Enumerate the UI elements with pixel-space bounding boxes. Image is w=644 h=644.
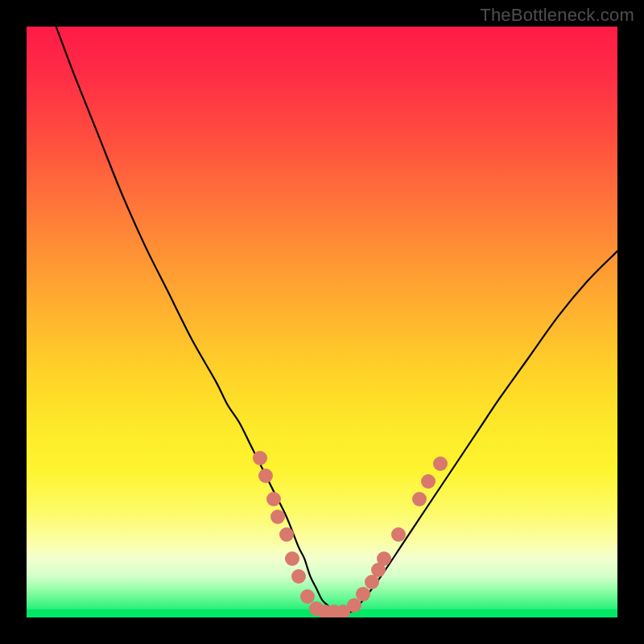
marker-dot bbox=[291, 569, 306, 584]
marker-dot bbox=[253, 451, 267, 465]
plot-area bbox=[27, 27, 617, 617]
marker-dot bbox=[258, 469, 273, 483]
marker-dot bbox=[391, 527, 406, 542]
watermark-text: TheBottleneck.com bbox=[480, 5, 634, 26]
marker-dot bbox=[266, 492, 281, 506]
marker-layer bbox=[27, 27, 617, 617]
marker-dot bbox=[412, 492, 427, 506]
marker-dot bbox=[285, 551, 299, 566]
marker-dot bbox=[421, 474, 436, 489]
chart-canvas: TheBottleneck.com bbox=[0, 0, 644, 644]
marker-dot bbox=[279, 527, 294, 542]
marker-dot bbox=[377, 551, 391, 566]
marker-dot bbox=[433, 456, 448, 471]
marker-dot bbox=[270, 510, 285, 524]
